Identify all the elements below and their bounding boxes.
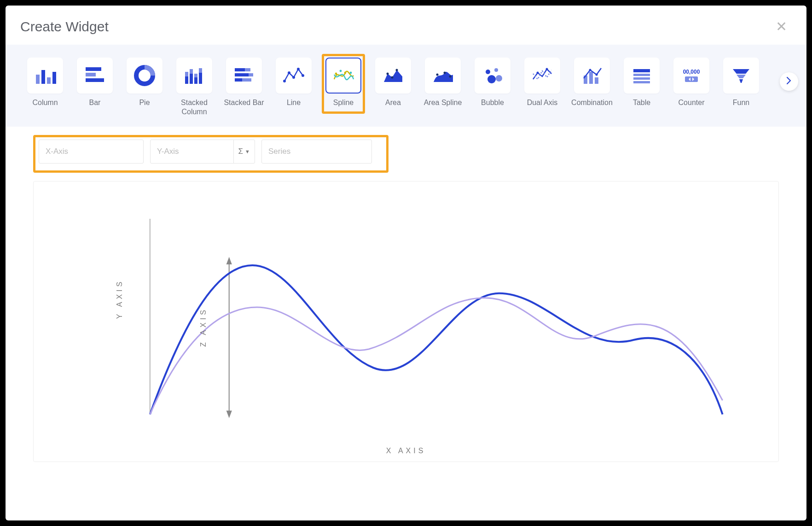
svg-rect-2 (47, 77, 51, 84)
svg-point-38 (486, 70, 490, 74)
series-input[interactable] (262, 147, 371, 156)
svg-rect-49 (633, 69, 650, 72)
svg-point-25 (292, 76, 295, 79)
svg-point-8 (140, 71, 149, 80)
svg-point-39 (494, 68, 498, 72)
chart-type-stacked-column[interactable]: Stacked Column (173, 58, 215, 117)
axis-config-row: Σ ▼ (6, 127, 806, 173)
chart-type-table[interactable]: Table (621, 58, 663, 117)
svg-point-30 (340, 70, 342, 72)
svg-rect-3 (52, 72, 56, 84)
chart-type-label: Funn (733, 98, 749, 107)
scroll-next-button[interactable] (780, 72, 798, 91)
svg-rect-54 (685, 76, 698, 82)
column-chart-icon (27, 58, 63, 94)
svg-point-47 (589, 69, 592, 71)
chart-type-pie[interactable]: Pie (123, 58, 166, 117)
chart-type-label: Area (385, 98, 401, 107)
chart-type-line[interactable]: Line (273, 58, 315, 117)
chart-type-label: Line (287, 98, 301, 107)
combination-chart-icon (574, 58, 610, 94)
table-chart-icon (624, 58, 660, 94)
svg-rect-6 (86, 78, 104, 82)
chart-type-label: Counter (679, 98, 705, 107)
svg-point-27 (302, 74, 304, 77)
svg-rect-20 (249, 73, 253, 76)
svg-rect-15 (199, 73, 202, 84)
svg-rect-10 (185, 72, 188, 76)
svg-rect-19 (235, 73, 249, 76)
svg-rect-11 (190, 74, 193, 84)
chart-type-stacked-bar[interactable]: Stacked Bar (223, 58, 265, 117)
chart-type-label: Combination (571, 98, 613, 107)
area-chart-icon (375, 58, 411, 94)
svg-rect-50 (633, 74, 650, 76)
pie-chart-icon (127, 58, 162, 94)
svg-rect-13 (194, 77, 197, 84)
svg-point-48 (596, 74, 598, 76)
svg-marker-59 (226, 257, 232, 264)
x-axis-field[interactable] (39, 140, 144, 164)
svg-text:00,000: 00,000 (683, 69, 700, 75)
svg-rect-0 (36, 75, 40, 84)
chart-preview: Y AXIS Z AXIS X AXIS (33, 181, 779, 462)
svg-point-32 (387, 73, 389, 75)
svg-point-33 (391, 76, 394, 79)
chevron-right-icon (787, 77, 791, 87)
chart-preview-svg (34, 181, 778, 466)
chart-type-area[interactable]: Area (372, 58, 414, 117)
y-axis-label: Y AXIS (116, 279, 124, 319)
x-axis-input[interactable] (39, 147, 143, 156)
chart-type-bar[interactable]: Bar (74, 58, 116, 117)
chart-type-bubble[interactable]: Bubble (471, 58, 514, 117)
svg-point-42 (537, 72, 539, 74)
svg-rect-18 (245, 68, 250, 71)
svg-rect-5 (86, 73, 96, 76)
svg-rect-46 (595, 77, 598, 84)
svg-rect-22 (242, 78, 251, 82)
y-axis-field[interactable]: Σ ▼ (150, 140, 255, 164)
chart-type-bar: ColumnBarPieStacked ColumnStacked BarLin… (6, 45, 806, 127)
chart-type-counter[interactable]: 00,000Counter (670, 58, 713, 117)
svg-rect-4 (86, 67, 101, 71)
aggregate-dropdown[interactable]: Σ ▼ (233, 140, 255, 163)
chart-type-combination[interactable]: Combination (571, 58, 613, 117)
close-icon: ✕ (776, 19, 787, 34)
chart-type-funnel[interactable]: Funn (720, 58, 762, 117)
svg-rect-51 (633, 77, 650, 80)
chart-type-area-spline[interactable]: Area Spline (422, 58, 464, 117)
svg-rect-1 (41, 70, 45, 84)
create-widget-dialog: Create Widget ✕ ColumnBarPieStacked Colu… (6, 6, 806, 520)
bubble-chart-icon (475, 58, 510, 94)
svg-rect-9 (185, 76, 188, 84)
svg-point-41 (496, 75, 502, 82)
svg-point-31 (350, 72, 352, 74)
chart-type-scroll: ColumnBarPieStacked ColumnStacked BarLin… (24, 58, 788, 117)
svg-point-23 (283, 80, 286, 82)
series-field[interactable] (261, 140, 372, 164)
chart-type-spline[interactable]: Spline (322, 58, 365, 117)
svg-rect-45 (589, 72, 593, 84)
svg-point-34 (396, 69, 398, 71)
chart-type-label: Pie (139, 98, 150, 107)
svg-point-29 (344, 72, 347, 74)
svg-rect-21 (235, 78, 242, 82)
area-spline-chart-icon (425, 58, 461, 94)
stacked-column-chart-icon (176, 58, 212, 94)
x-axis-label: X AXIS (386, 447, 426, 455)
svg-marker-60 (226, 411, 232, 418)
svg-rect-14 (194, 74, 197, 77)
line-chart-icon (276, 58, 312, 94)
svg-point-36 (444, 72, 446, 74)
chart-type-column[interactable]: Column (24, 58, 66, 117)
svg-point-24 (288, 71, 290, 74)
svg-point-35 (436, 74, 439, 76)
chart-type-label: Bubble (481, 98, 504, 107)
y-axis-input[interactable] (151, 147, 233, 156)
bar-chart-icon (77, 58, 113, 94)
chart-type-label: Spline (333, 98, 354, 107)
z-axis-label: Z AXIS (199, 307, 208, 347)
chart-type-dual-axis[interactable]: Dual Axis (521, 58, 563, 117)
chart-type-label: Stacked Column (181, 98, 208, 117)
close-button[interactable]: ✕ (771, 17, 792, 36)
